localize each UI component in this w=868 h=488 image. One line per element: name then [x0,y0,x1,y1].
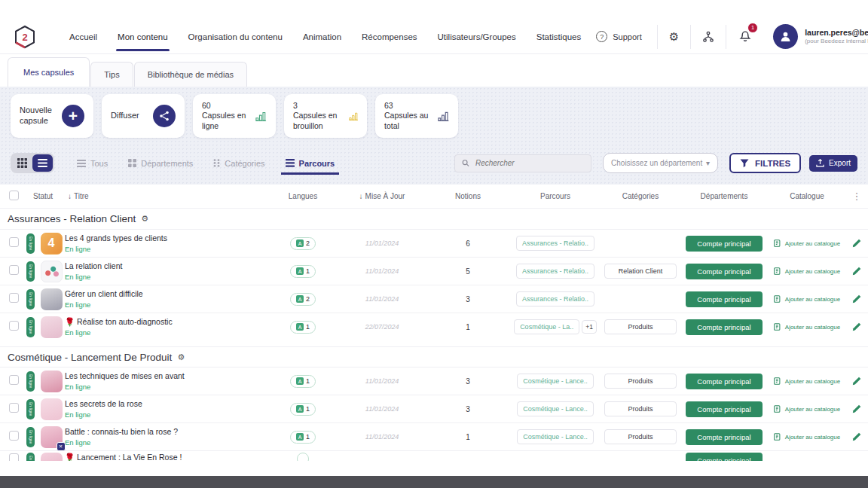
departement-chip[interactable]: Compte principal [686,264,763,279]
capsule-title[interactable]: 🌹 Réalise ton auto-diagnostic [65,317,268,327]
row-checkbox[interactable] [9,403,19,413]
nav-statistiques[interactable]: Statistiques [536,32,581,41]
filtres-button[interactable]: FILTRES [729,153,801,173]
departement-chip[interactable]: Compte principal [686,374,763,389]
col-statut[interactable]: Statut [33,192,53,200]
edit-pencil-icon[interactable] [845,377,868,386]
filter-departements[interactable]: Départements [128,159,193,168]
capsule-title[interactable]: La relation client [65,261,268,271]
parcours-chip[interactable]: Assurances - Relatio.. [516,236,594,251]
parcours-chip[interactable]: Cosmétique - Lance.. [517,374,594,389]
row-checkbox[interactable] [9,237,19,247]
edit-pencil-icon[interactable] [845,432,868,441]
col-catalogue[interactable]: Catalogue [790,192,824,200]
edit-pencil-icon[interactable] [845,322,868,331]
parcours-chip[interactable]: Cosmétique - Lance.. [517,401,594,416]
tab-bibliotheque-de-medias[interactable]: Bibliothèque de médias [134,62,247,87]
col-departements[interactable]: Départements [701,192,748,200]
col-titre[interactable]: Titre [74,192,89,200]
edit-pencil-icon[interactable] [845,294,868,303]
select-all-checkbox[interactable] [9,191,19,200]
row-checkbox[interactable] [9,431,19,441]
add-to-catalog-button[interactable]: Ajouter au catalogue [774,433,840,441]
kebab-menu-icon[interactable]: ⋮ [845,191,868,202]
new-capsule-button[interactable]: Nouvelle capsule + [11,94,93,138]
capsule-thumbnail[interactable] [41,453,63,461]
add-to-catalog-button[interactable]: Ajouter au catalogue [774,295,840,303]
gear-icon[interactable]: ⚙ [177,353,185,361]
col-mise-a-jour[interactable]: Mise À Jour [365,192,405,200]
departement-chip[interactable]: Compte principal [686,453,763,461]
col-categories[interactable]: Catégories [622,192,659,200]
categorie-chip[interactable]: Produits [604,374,677,389]
departement-chip[interactable]: Compte principal [686,319,763,335]
filter-tous[interactable]: Tous [77,159,108,168]
edit-pencil-icon[interactable] [845,404,868,413]
add-to-catalog-button[interactable]: Ajouter au catalogue [774,405,840,413]
support-button[interactable]: ? Support [581,31,657,42]
nav-recompenses[interactable]: Récompenses [362,32,417,41]
beedeez-logo[interactable]: 2 [14,25,36,49]
capsule-title[interactable]: Gérer un client difficile [65,289,268,299]
add-to-catalog-button[interactable]: Ajouter au catalogue [774,239,840,248]
departement-chip[interactable]: Compte principal [686,401,763,417]
parcours-chip[interactable]: Assurances - Relatio.. [516,264,594,279]
row-checkbox[interactable] [9,375,19,385]
nav-organisation-du-contenu[interactable]: Organisation du contenu [188,32,283,41]
capsule-title[interactable]: Les 4 grands types de clients [65,233,268,243]
capsule-thumbnail[interactable]: ✕ [41,426,63,448]
filter-parcours[interactable]: Parcours [286,159,335,168]
tab-mes-capsules[interactable]: Mes capsules [8,57,90,87]
capsule-title[interactable]: Les techniques de mises en avant [65,371,268,381]
parcours-chip[interactable]: Cosmétique - La.. [514,319,579,334]
grid-view-button[interactable] [12,154,32,172]
categorie-chip[interactable]: Produits [604,401,677,416]
nav-utilisateurs-groupes[interactable]: Utilisateurs/Groupes [438,32,516,41]
avatar[interactable] [773,24,798,49]
add-to-catalog-button[interactable]: Ajouter au catalogue [774,267,840,276]
departement-chip[interactable]: Compte principal [686,429,763,445]
col-parcours[interactable]: Parcours [540,192,570,200]
departement-chip[interactable]: Compte principal [686,291,763,307]
row-checkbox[interactable] [9,265,19,275]
capsule-thumbnail[interactable] [41,316,63,338]
categorie-chip[interactable]: Produits [604,429,677,444]
nav-animation[interactable]: Animation [303,32,341,41]
notifications-button[interactable]: 1 [726,29,764,45]
col-langues[interactable]: Langues [289,192,317,200]
nav-mon-contenu[interactable]: Mon contenu [118,32,168,41]
categorie-chip[interactable]: Relation Client [604,264,677,279]
categorie-chip[interactable]: Produits [604,319,677,334]
parcours-chip[interactable]: Assurances - Relatio.. [516,291,594,307]
row-checkbox[interactable] [9,453,19,461]
filter-categories[interactable]: Catégories [213,159,264,168]
capsule-thumbnail[interactable]: 4 [41,233,63,255]
capsule-thumbnail[interactable] [41,371,63,392]
nav-accueil[interactable]: Accueil [69,32,97,41]
search-input[interactable] [474,158,584,168]
edit-pencil-icon[interactable] [845,267,868,276]
row-checkbox[interactable] [9,293,19,303]
settings-button[interactable]: ⚙ [658,31,690,42]
add-to-catalog-button[interactable]: Ajouter au catalogue [774,377,840,386]
integrations-button[interactable] [691,31,726,43]
search-box[interactable] [454,154,591,172]
edit-pencil-icon[interactable] [845,239,868,248]
list-view-button[interactable] [32,154,53,172]
diffuser-button[interactable]: Diffuser [102,94,185,138]
departement-chip[interactable]: Compte principal [686,236,763,252]
capsule-thumbnail[interactable] [41,288,63,310]
gear-icon[interactable]: ⚙ [141,215,148,223]
capsule-thumbnail[interactable] [41,398,63,420]
row-checkbox[interactable] [9,321,19,331]
capsule-title[interactable]: Battle : connais-tu bien la rose ? [65,427,268,437]
col-notions[interactable]: Notions [455,192,481,200]
export-button[interactable]: Export [809,155,857,172]
capsule-title[interactable]: 🌹 Lancement : La Vie En Rose ! [65,453,268,461]
tab-tips[interactable]: Tips [90,62,133,87]
capsule-title[interactable]: Les secrets de la rose [65,399,268,409]
department-select[interactable]: Choisissez un département ▾ [603,153,718,173]
parcours-more-chip[interactable]: +1 [582,320,597,334]
parcours-chip[interactable]: Cosmétique - Lance.. [517,429,594,444]
add-to-catalog-button[interactable]: Ajouter au catalogue [774,323,840,331]
